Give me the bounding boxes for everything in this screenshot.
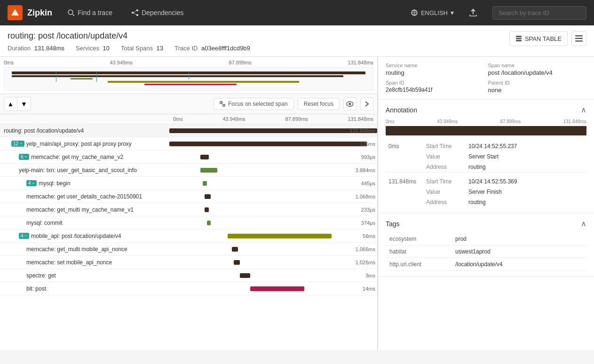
- reset-btn-label: Reset focus: [304, 101, 333, 107]
- svg-rect-12: [516, 38, 522, 40]
- ann-address-label-2: Address: [423, 197, 466, 207]
- span-row[interactable]: 4 −mysql: begin445μs: [0, 177, 377, 190]
- find-trace-nav[interactable]: Find a trace: [63, 7, 116, 18]
- annotation-section: Annotation ∧ 0ms 43.949ms 87.899ms 131.8…: [378, 100, 594, 214]
- span-badge[interactable]: 12 −: [11, 141, 24, 147]
- parent-id-group: Parent ID none: [488, 80, 587, 94]
- span-rows: routing: post /location/update/v4131.848…: [0, 124, 377, 350]
- arrow-right-btn[interactable]: [360, 97, 373, 111]
- parent-id-value: none: [488, 87, 587, 94]
- svg-marker-0: [11, 9, 19, 16]
- span-table-btn[interactable]: SPAN TABLE: [509, 31, 568, 46]
- dependencies-icon: [131, 9, 139, 16]
- span-bar: [228, 234, 332, 238]
- span-label: spectre: get: [0, 272, 169, 279]
- span-row[interactable]: memcache: get_multi mobile_api_nonce1.06…: [0, 243, 377, 256]
- timeline-controls: ▲ ▼ Focus on selected span Reset focus: [0, 94, 377, 114]
- span-badge[interactable]: 4 −: [26, 180, 37, 186]
- span-row[interactable]: 6 −memcache: get my_cache_name_v2993μs: [0, 150, 377, 164]
- span-duration: 125ms: [360, 141, 375, 147]
- annotation-row-1: 0ms Start Time 10/24 14:52:55.237: [386, 141, 586, 151]
- span-label: routing: post /location/update/v4: [0, 127, 169, 134]
- span-bar: [169, 142, 367, 146]
- span-duration: 993μs: [361, 154, 375, 160]
- tag-key: habitat: [386, 245, 451, 258]
- span-label-text: mysql: begin: [39, 180, 70, 187]
- span-badge[interactable]: 4 −: [19, 233, 29, 239]
- tag-row: ecosystemprod: [386, 233, 586, 245]
- duration-label: Duration: [8, 45, 31, 52]
- span-bar: [203, 181, 207, 186]
- span-table-icon: [515, 35, 522, 42]
- span-label: 4 −mysql: begin: [0, 180, 169, 187]
- span-bar-area: 233μs: [169, 203, 377, 216]
- span-bar-area: 1.026ms: [169, 256, 377, 269]
- span-label: 4 −mobile_api: post /location/update/v4: [0, 233, 169, 239]
- span-bar-area: 125ms: [169, 137, 377, 150]
- tags-section: Tags ∧ ecosystemprodhabitatuswest1aprodh…: [378, 214, 594, 277]
- upload-btn[interactable]: [465, 7, 481, 19]
- page-actions: SPAN TABLE: [509, 31, 586, 46]
- span-duration: 3ms: [365, 273, 375, 278]
- svg-line-7: [134, 13, 136, 15]
- menu-btn[interactable]: [571, 31, 586, 46]
- total-spans-label: Total Spans: [121, 45, 153, 52]
- span-bar-area: 3ms: [169, 269, 377, 282]
- annotation-row-2: 131.848ms Start Time 10/24 14:52:55.369: [386, 176, 586, 187]
- span-row[interactable]: blt: post14ms: [0, 282, 377, 295]
- duration-value: 131.848ms: [34, 45, 64, 52]
- main-content: 0ms 43.949ms 87.899ms 131.848ms ▲: [0, 57, 594, 350]
- tags-header: Tags ∧: [386, 219, 586, 228]
- parent-id-label: Parent ID: [488, 80, 587, 86]
- span-label: yelp-main: txn: user_get_basic_and_scout…: [0, 167, 169, 174]
- reset-focus-btn[interactable]: Reset focus: [298, 98, 340, 110]
- mini-canvas[interactable]: [4, 67, 373, 91]
- annotation-collapse-btn[interactable]: ∧: [581, 105, 586, 114]
- svg-point-22: [349, 103, 351, 105]
- trace-id-search[interactable]: [492, 6, 586, 20]
- dependencies-label: Dependencies: [142, 9, 184, 16]
- nav-up-btn[interactable]: ▲: [4, 97, 17, 111]
- span-row[interactable]: memcache: get user_details_cache-2015090…: [0, 190, 377, 203]
- span-row[interactable]: routing: post /location/update/v4131.848…: [0, 124, 377, 137]
- mini-timeline: 0ms 43.949ms 87.899ms 131.848ms: [0, 57, 377, 94]
- span-bar: [232, 247, 238, 252]
- span-row[interactable]: 12 −yelp_main/api_proxy: post api proxy …: [0, 137, 377, 150]
- annotation-rulers: 0ms 43.949ms 87.899ms 131.848ms: [386, 119, 586, 124]
- span-info-grid: Service name routing Span name post /loc…: [386, 63, 586, 94]
- span-bar: [200, 155, 209, 159]
- span-bar-area: 3.884ms: [169, 164, 377, 177]
- dependencies-nav[interactable]: Dependencies: [127, 7, 188, 18]
- ann-address-label-1: Address: [423, 162, 466, 173]
- span-timeline-header: 0ms 43.949ms 87.899ms 131.848ms: [0, 114, 377, 124]
- page-meta: Duration 131.848ms Services 10 Total Spa…: [8, 45, 586, 56]
- tags-collapse-btn[interactable]: ∧: [581, 219, 586, 228]
- span-name-value: post /location/update/v4: [488, 69, 587, 76]
- svg-rect-13: [516, 40, 522, 41]
- app-logo[interactable]: Zipkin: [8, 5, 52, 20]
- span-badge[interactable]: 6 −: [19, 154, 29, 160]
- span-label: memcache: get user_details_cache-2015090…: [0, 193, 169, 200]
- service-name-group: Service name routing: [386, 63, 484, 76]
- span-row[interactable]: mysql: commit374μs: [0, 216, 377, 229]
- service-name-value: routing: [386, 69, 484, 76]
- span-row[interactable]: spectre: get3ms: [0, 269, 377, 282]
- tags-table: ecosystemprodhabitatuswest1aprodhttp.uri…: [386, 233, 586, 271]
- focus-btn-label: Focus on selected span: [228, 101, 288, 107]
- span-row[interactable]: yelp-main: txn: user_get_basic_and_scout…: [0, 164, 377, 177]
- language-selector[interactable]: ENGLISH ▾: [411, 9, 454, 16]
- nav-down-btn[interactable]: ▼: [17, 97, 31, 111]
- span-row[interactable]: 4 −mobile_api: post /location/update/v45…: [0, 229, 377, 243]
- span-bar-area: 14ms: [169, 282, 377, 295]
- span-row[interactable]: memcache: get_multi my_cache_name_v1233μ…: [0, 203, 377, 216]
- span-duration: 1.066ms: [356, 246, 375, 252]
- eye-btn[interactable]: [343, 97, 356, 111]
- services-label: Services: [76, 45, 99, 52]
- span-row[interactable]: memcache: set mobile_api_nonce1.026ms: [0, 256, 377, 269]
- span-bar-area: 131.848ms: [169, 124, 377, 137]
- span-bar: [250, 286, 304, 291]
- focus-on-span-btn[interactable]: Focus on selected span: [214, 98, 294, 110]
- span-name-group: Span name post /location/update/v4: [488, 63, 587, 76]
- ann-address-value-2: routing: [466, 197, 586, 207]
- span-id-value: 2e8cfb154b59a41f: [386, 87, 484, 93]
